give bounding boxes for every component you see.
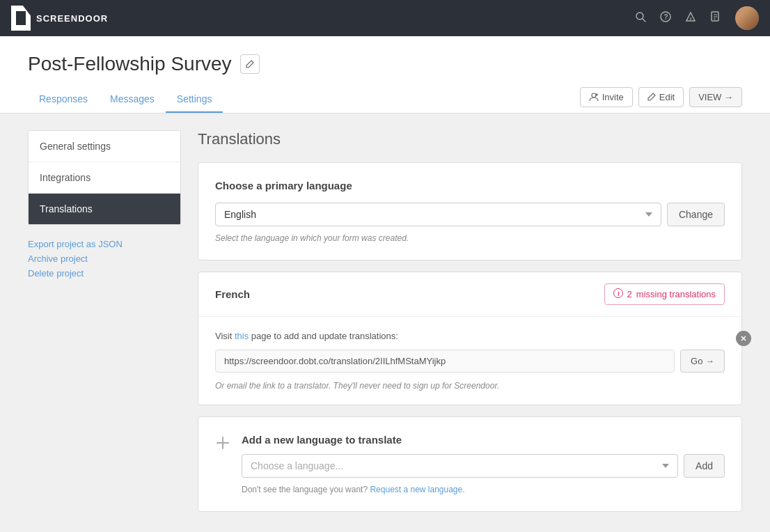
docs-icon[interactable] bbox=[710, 11, 721, 25]
svg-text:!: ! bbox=[618, 290, 620, 297]
email-hint: Or email the link to a translator. They'… bbox=[215, 381, 725, 391]
tab-responses[interactable]: Responses bbox=[28, 86, 99, 113]
svg-text:?: ? bbox=[664, 13, 668, 21]
page-header: Post-Fellowship Survey Responses Message… bbox=[0, 36, 770, 114]
title-edit-button[interactable] bbox=[240, 54, 260, 74]
go-button[interactable]: Go → bbox=[680, 350, 725, 373]
tab-settings[interactable]: Settings bbox=[166, 86, 223, 113]
visit-text: Visit this page to add and update transl… bbox=[215, 331, 725, 341]
page-title-row: Post-Fellowship Survey bbox=[28, 53, 742, 75]
svg-line-2 bbox=[643, 19, 645, 22]
missing-count: 2 bbox=[627, 289, 632, 299]
help-icon[interactable]: ? bbox=[660, 11, 671, 25]
primary-language-card: Choose a primary language English Change… bbox=[198, 162, 742, 260]
add-language-row: Choose a language... Add bbox=[242, 454, 725, 478]
primary-language-card-title: Choose a primary language bbox=[215, 180, 725, 191]
french-card-body: Visit this page to add and update transl… bbox=[198, 317, 741, 405]
avatar-image bbox=[735, 6, 759, 30]
view-button[interactable]: VIEW → bbox=[689, 87, 742, 107]
page-tabs: Responses Messages Settings bbox=[28, 86, 223, 113]
add-language-right: Add a new language to translate Choose a… bbox=[242, 434, 725, 494]
page-title: Post-Fellowship Survey bbox=[28, 53, 232, 75]
url-row: Go → bbox=[215, 350, 725, 373]
notifications-icon[interactable] bbox=[685, 11, 696, 25]
svg-point-11 bbox=[592, 93, 596, 97]
brand-icon bbox=[11, 6, 31, 31]
language-select-row: English Change bbox=[215, 203, 725, 226]
french-lang-name: French bbox=[215, 288, 250, 300]
add-language-select[interactable]: Choose a language... bbox=[242, 454, 678, 478]
missing-label: missing translations bbox=[636, 289, 716, 299]
change-language-button[interactable]: Change bbox=[667, 203, 725, 226]
brand[interactable]: SCREENDOOR bbox=[11, 6, 108, 31]
translation-url-field[interactable] bbox=[215, 350, 675, 373]
content: Translations Choose a primary language E… bbox=[198, 130, 742, 512]
navbar: SCREENDOOR ? bbox=[0, 0, 770, 36]
warning-icon: ! bbox=[613, 288, 623, 300]
delete-project-link[interactable]: Delete project bbox=[28, 268, 181, 279]
navbar-icons: ? bbox=[635, 6, 759, 30]
page-tabs-row: Responses Messages Settings Invite Edit … bbox=[28, 86, 742, 113]
sidebar-item-translations[interactable]: Translations bbox=[29, 194, 180, 224]
content-title: Translations bbox=[198, 130, 742, 148]
sidebar-nav: General settings Integrations Translatio… bbox=[28, 130, 181, 225]
request-language-link[interactable]: Request a new language. bbox=[370, 485, 464, 494]
archive-project-link[interactable]: Archive project bbox=[28, 253, 181, 264]
remove-french-button[interactable] bbox=[736, 331, 751, 346]
plus-icon bbox=[215, 435, 230, 455]
brand-name: SCREENDOOR bbox=[36, 13, 108, 24]
add-language-button[interactable]: Add bbox=[684, 454, 725, 478]
export-json-link[interactable]: Export project as JSON bbox=[28, 239, 181, 249]
language-select[interactable]: English bbox=[215, 203, 661, 226]
tab-messages[interactable]: Messages bbox=[99, 86, 166, 113]
visit-link[interactable]: this bbox=[235, 331, 251, 341]
language-hint: Select the language in which your form w… bbox=[215, 233, 725, 243]
add-language-card: Add a new language to translate Choose a… bbox=[198, 416, 742, 512]
sidebar-links: Export project as JSON Archive project D… bbox=[28, 239, 181, 279]
missing-translations-badge: ! 2 missing translations bbox=[604, 283, 725, 305]
french-card: French ! 2 missing translations Visit th… bbox=[198, 272, 742, 405]
page-tab-actions: Invite Edit VIEW → bbox=[580, 87, 742, 113]
avatar[interactable] bbox=[735, 6, 759, 30]
add-language-title: Add a new language to translate bbox=[242, 434, 725, 446]
invite-button[interactable]: Invite bbox=[580, 87, 633, 107]
sidebar-item-integrations[interactable]: Integrations bbox=[29, 162, 180, 194]
request-text: Don't see the language you want? Request… bbox=[242, 485, 725, 494]
svg-rect-0 bbox=[16, 11, 26, 25]
sidebar: General settings Integrations Translatio… bbox=[28, 130, 181, 512]
search-icon[interactable] bbox=[635, 11, 646, 25]
main-layout: General settings Integrations Translatio… bbox=[0, 114, 770, 529]
edit-button[interactable]: Edit bbox=[638, 87, 684, 107]
french-card-header: French ! 2 missing translations bbox=[198, 272, 741, 317]
sidebar-item-general-settings[interactable]: General settings bbox=[29, 131, 180, 162]
